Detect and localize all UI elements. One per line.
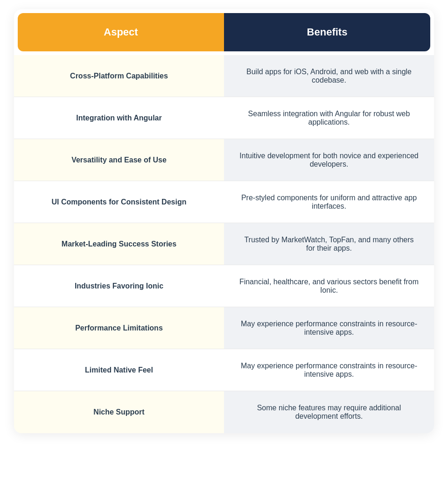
- table-row: Integration with AngularSeamless integra…: [14, 97, 434, 139]
- aspect-cell: Cross-Platform Capabilities: [14, 55, 224, 97]
- table-row: Performance LimitationsMay experience pe…: [14, 307, 434, 349]
- benefit-cell: Seamless integration with Angular for ro…: [224, 97, 434, 139]
- aspect-header: Aspect: [18, 13, 224, 51]
- table-row: Cross-Platform CapabilitiesBuild apps fo…: [14, 55, 434, 97]
- aspect-cell: Limited Native Feel: [14, 349, 224, 391]
- benefit-cell: Intuitive development for both novice an…: [224, 139, 434, 181]
- benefit-cell: Some niche features may require addition…: [224, 391, 434, 433]
- table-row: Market-Leading Success StoriesTrusted by…: [14, 223, 434, 265]
- table-row: Versatility and Ease of UseIntuitive dev…: [14, 139, 434, 181]
- benefit-cell: Trusted by MarketWatch, TopFan, and many…: [224, 223, 434, 265]
- aspect-cell: Industries Favoring Ionic: [14, 265, 224, 307]
- table-body: Cross-Platform CapabilitiesBuild apps fo…: [14, 55, 434, 433]
- comparison-table: Aspect Benefits Cross-Platform Capabilit…: [14, 9, 434, 433]
- benefit-cell: Build apps for iOS, Android, and web wit…: [224, 55, 434, 97]
- benefits-header: Benefits: [224, 13, 430, 51]
- aspect-cell: Integration with Angular: [14, 97, 224, 139]
- aspect-cell: Market-Leading Success Stories: [14, 223, 224, 265]
- table-row: Limited Native FeelMay experience perfor…: [14, 349, 434, 391]
- table-row: Niche SupportSome niche features may req…: [14, 391, 434, 433]
- table-row: UI Components for Consistent DesignPre-s…: [14, 181, 434, 223]
- table-row: Industries Favoring IonicFinancial, heal…: [14, 265, 434, 307]
- benefit-cell: Financial, healthcare, and various secto…: [224, 265, 434, 307]
- benefit-cell: May experience performance constraints i…: [224, 307, 434, 349]
- aspect-cell: Versatility and Ease of Use: [14, 139, 224, 181]
- aspect-cell: Niche Support: [14, 391, 224, 433]
- table-header: Aspect Benefits: [14, 9, 434, 55]
- aspect-cell: Performance Limitations: [14, 307, 224, 349]
- aspect-cell: UI Components for Consistent Design: [14, 181, 224, 223]
- benefit-cell: Pre-styled components for uniform and at…: [224, 181, 434, 223]
- benefit-cell: May experience performance constraints i…: [224, 349, 434, 391]
